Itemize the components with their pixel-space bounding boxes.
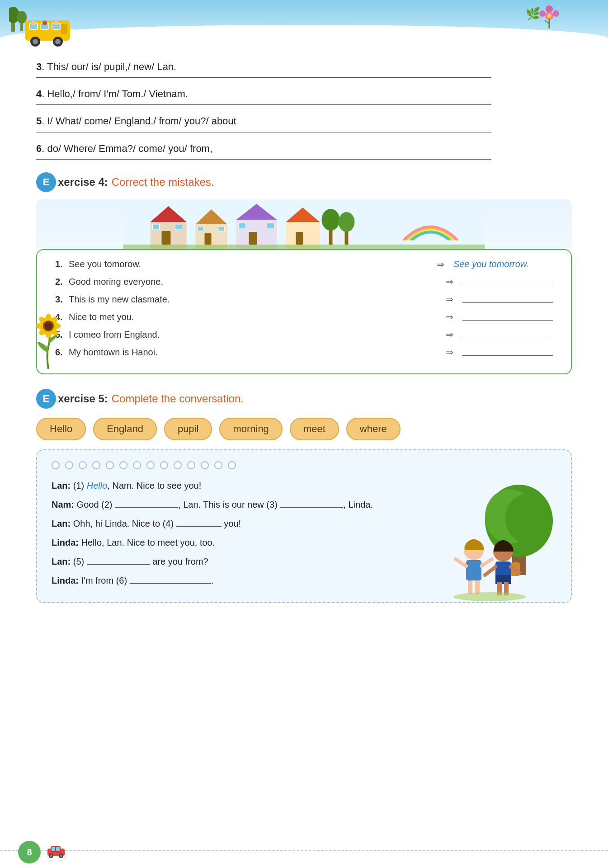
main-content: 3. This/ our/ is/ pupil,/ new/ Lan. 4. H… — [0, 50, 608, 621]
sentence-4: 4. Hello,/ from/ I'm/ Tom./ Vietnam. — [36, 86, 572, 105]
bus-illustration — [9, 7, 77, 47]
exercise4-item-4: 4.Nice to met you.⇒ — [55, 311, 553, 323]
conv-text-4-0: (5) — [73, 557, 87, 566]
svg-rect-37 — [239, 223, 246, 229]
answer-line-3 — [36, 77, 491, 78]
svg-rect-36 — [249, 232, 257, 245]
dot-4 — [106, 461, 114, 469]
dot-12 — [214, 461, 222, 469]
svg-point-12 — [55, 39, 61, 44]
svg-line-73 — [485, 567, 495, 575]
village-illustration — [36, 199, 572, 249]
exercise4-arrow-2: ⇒ — [446, 276, 453, 287]
svg-point-81 — [50, 854, 52, 857]
sentences-section: 3. This/ our/ is/ pupil,/ new/ Lan. 4. H… — [36, 59, 572, 160]
exercise4-answer-5 — [462, 329, 553, 340]
svg-line-66 — [481, 559, 492, 566]
conv-text-1-2: , Lan. This is our new (3) — [178, 500, 280, 509]
svg-line-65 — [456, 559, 466, 566]
exercise4-text-6: My homtown is Hanoi. — [69, 347, 437, 358]
svg-rect-33 — [219, 226, 225, 231]
exercise4-item-5: 5.I comeo from England.⇒ — [55, 329, 553, 340]
exercise4-num-1: 1. — [55, 259, 69, 269]
svg-point-45 — [339, 212, 355, 232]
exercise4-heading: E xercise 4: Correct the mistakes. — [36, 172, 572, 192]
exercise4-arrow-3: ⇒ — [446, 294, 453, 305]
sentence-6: 6. do/ Where/ Emma?/ come/ you/ from, — [36, 141, 572, 160]
svg-rect-27 — [153, 224, 160, 230]
svg-point-18 — [539, 10, 546, 17]
exercise4-item-1: 1.See you tomorow.⇒See you tomorrow. — [55, 259, 553, 270]
exercise4-title-bold: xercise 4: — [58, 176, 108, 189]
exercise5-badge: E — [36, 389, 56, 409]
exercise5-title-bold: xercise 5: — [58, 392, 108, 405]
exercise4-arrow-5: ⇒ — [446, 329, 453, 340]
exercise4-text-4: Nice to met you. — [69, 312, 437, 322]
word-chip-hello[interactable]: Hello — [36, 418, 86, 440]
exercise4-blank-6[interactable] — [462, 347, 553, 356]
dot-0 — [52, 461, 60, 469]
conv-speaker-0: Lan: — [52, 481, 73, 491]
page-header: 🌿 — [0, 0, 608, 50]
word-chips: HelloEnglandpupilmorningmeetwhere — [36, 418, 572, 440]
svg-point-15 — [54, 21, 58, 25]
word-chip-where[interactable]: where — [346, 418, 401, 440]
exercise4-answer-4 — [462, 311, 553, 323]
conv-blank-4-1[interactable] — [87, 564, 150, 565]
conv-speaker-4: Lan: — [52, 557, 73, 566]
exercise4-text-1: See you tomorow. — [69, 259, 428, 269]
dot-7 — [146, 461, 155, 469]
conv-italic-0-1: Hello — [87, 481, 108, 491]
dot-3 — [92, 461, 100, 469]
dot-8 — [160, 461, 168, 469]
exercise4-blank-5[interactable] — [462, 329, 553, 338]
dot-11 — [201, 461, 209, 469]
footer-dashes — [0, 850, 608, 851]
svg-rect-63 — [468, 580, 472, 594]
answer-line-4 — [36, 104, 491, 105]
answer-line-6 — [36, 159, 491, 160]
conversation-box: Lan: (1) Hello, Nam. Nice to see you!Nam… — [36, 449, 572, 603]
sentence-5: 5. I/ What/ come/ England./ from/ you?/ … — [36, 113, 572, 132]
conv-blank-1-1[interactable] — [115, 507, 178, 508]
svg-point-43 — [322, 209, 340, 231]
dot-5 — [119, 461, 127, 469]
exercise4-answer-3 — [462, 294, 553, 305]
exercise4-blank-2[interactable] — [462, 276, 553, 285]
svg-rect-62 — [466, 560, 481, 580]
exercise4-arrow-6: ⇒ — [446, 347, 453, 358]
exercise4-num-3: 3. — [55, 294, 69, 305]
exercise4-blank-3[interactable] — [462, 294, 553, 303]
svg-point-16 — [546, 5, 553, 13]
conv-blank-short-2-1[interactable] — [176, 526, 222, 527]
exercise4-text-2: Good moring everyone. — [69, 277, 437, 287]
svg-rect-78 — [52, 847, 55, 851]
svg-rect-38 — [267, 223, 274, 229]
dot-1 — [65, 461, 73, 469]
exercise4-arrow-4: ⇒ — [446, 311, 453, 322]
dot-10 — [187, 461, 195, 469]
word-chip-meet[interactable]: meet — [290, 418, 339, 440]
svg-rect-8 — [61, 24, 67, 34]
conv-text-0-2: , Nam. Nice to see you! — [107, 481, 201, 491]
svg-point-3 — [17, 11, 27, 24]
exercise4-item-2: 2.Good moring everyone.⇒ — [55, 276, 553, 288]
svg-point-14 — [42, 21, 47, 25]
word-chip-morning[interactable]: morning — [219, 418, 282, 440]
header-plant: 🌿 — [526, 7, 540, 21]
svg-rect-26 — [162, 231, 171, 245]
svg-point-13 — [31, 21, 36, 25]
footer-car — [45, 843, 68, 862]
svg-rect-41 — [296, 232, 303, 245]
conv-text-5-0: I'm from (6) — [81, 576, 130, 585]
word-chip-pupil[interactable]: pupil — [164, 418, 212, 440]
kids-tree-illustration — [431, 476, 566, 602]
dot-2 — [79, 461, 87, 469]
exercise4-blank-4[interactable] — [462, 311, 553, 321]
exercise4-box: 1.See you tomorow.⇒See you tomorrow.2.Go… — [36, 249, 572, 374]
conv-blank-1-3[interactable] — [280, 507, 343, 508]
svg-point-75 — [453, 592, 526, 601]
svg-rect-31 — [205, 233, 212, 245]
word-chip-england[interactable]: England — [93, 418, 157, 440]
conv-blank-wide-5-1[interactable] — [130, 583, 211, 584]
